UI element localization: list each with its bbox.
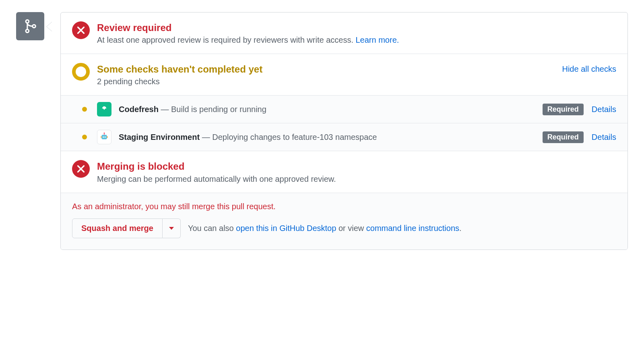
footer-text: You can also open this in GitHub Desktop… <box>188 224 462 233</box>
x-icon <box>72 160 90 178</box>
checks-subtitle: 2 pending checks <box>97 77 562 86</box>
svg-point-4 <box>103 137 104 138</box>
hide-all-checks-link[interactable]: Hide all checks <box>562 63 616 74</box>
check-text: Staging Environment — Deploying changes … <box>119 133 543 142</box>
svg-point-7 <box>104 133 105 134</box>
details-link[interactable]: Details <box>592 105 616 114</box>
pending-icon <box>72 63 90 81</box>
learn-more-link[interactable]: Learn more. <box>356 35 399 44</box>
bot-app-icon <box>97 130 111 144</box>
svg-point-2 <box>33 25 36 28</box>
merge-status-panel: Review required At least one approved re… <box>60 12 628 250</box>
review-subtitle: At least one approved review is required… <box>97 35 616 45</box>
details-link[interactable]: Details <box>592 133 616 142</box>
codefresh-app-icon <box>97 102 111 116</box>
required-badge: Required <box>543 104 584 115</box>
svg-rect-9 <box>107 136 108 138</box>
merging-blocked-section: Merging is blocked Merging can be perfor… <box>61 151 627 193</box>
check-text: Codefresh — Build is pending or running <box>119 105 543 114</box>
review-title: Review required <box>97 21 616 34</box>
check-row: Codefresh — Build is pending or running … <box>61 96 627 123</box>
caret-down-icon <box>169 227 174 230</box>
pending-dot-icon <box>82 135 87 139</box>
merge-button-group: Squash and merge <box>72 218 181 238</box>
svg-point-0 <box>26 20 29 23</box>
checks-title: Some checks haven't completed yet <box>97 63 562 75</box>
checks-summary-section: Some checks haven't completed yet 2 pend… <box>61 54 627 96</box>
squash-and-merge-button[interactable]: Squash and merge <box>72 218 163 238</box>
blocked-title: Merging is blocked <box>97 160 616 173</box>
svg-point-5 <box>105 137 106 138</box>
pending-dot-icon <box>82 107 87 112</box>
required-badge: Required <box>543 131 584 143</box>
command-line-instructions-link[interactable]: command line instructions <box>366 224 459 233</box>
svg-rect-3 <box>102 135 107 139</box>
svg-rect-8 <box>101 136 101 138</box>
svg-point-1 <box>26 29 29 33</box>
review-required-section: Review required At least one approved re… <box>61 12 627 54</box>
x-icon <box>72 21 90 39</box>
merge-footer: As an administrator, you may still merge… <box>61 193 627 250</box>
check-row: Staging Environment — Deploying changes … <box>61 123 627 151</box>
admin-note: As an administrator, you may still merge… <box>72 202 616 211</box>
merge-options-dropdown[interactable] <box>163 218 181 238</box>
open-in-desktop-link[interactable]: open this in GitHub Desktop <box>236 224 336 233</box>
merge-icon <box>16 12 44 40</box>
blocked-subtitle: Merging can be performed automatically w… <box>97 175 616 184</box>
